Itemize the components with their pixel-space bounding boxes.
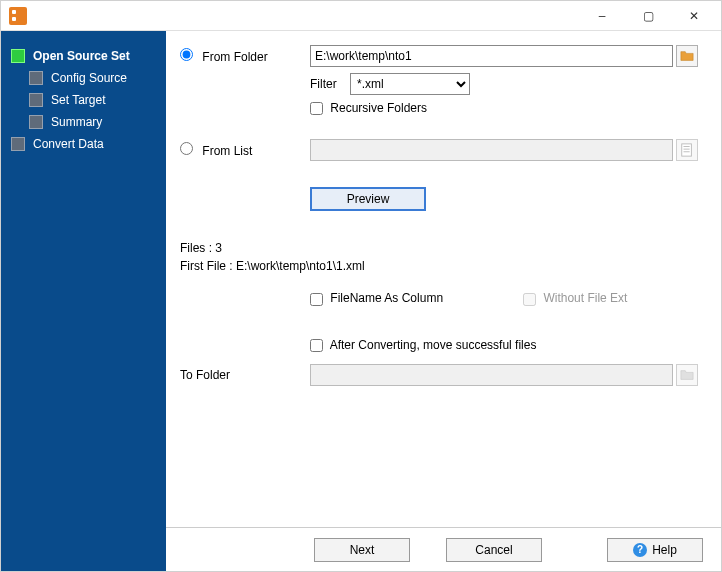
without-file-ext-checkbox: Without File Ext xyxy=(523,291,627,305)
app-body: Open Source Set Config Source Set Target… xyxy=(1,31,721,571)
help-icon: ? xyxy=(633,543,647,557)
next-button[interactable]: Next xyxy=(314,538,410,562)
cancel-button[interactable]: Cancel xyxy=(446,538,542,562)
first-file-label: First File : E:\work\temp\nto1\1.xml xyxy=(180,259,701,273)
step-label: Summary xyxy=(51,115,102,129)
filter-select[interactable]: *.xml xyxy=(350,73,470,95)
from-folder-input[interactable] xyxy=(310,45,673,67)
filename-as-column-label: FileName As Column xyxy=(330,291,443,305)
app-icon xyxy=(9,7,27,25)
browse-to-folder-button xyxy=(676,364,698,386)
step-status-box xyxy=(29,93,43,107)
close-button[interactable]: ✕ xyxy=(671,1,717,31)
filter-label: Filter xyxy=(310,77,337,91)
window-buttons: – ▢ ✕ xyxy=(579,1,717,31)
step-status-box xyxy=(29,115,43,129)
step-label: Config Source xyxy=(51,71,127,85)
button-bar: Next Cancel ? Help xyxy=(166,527,721,571)
step-config-source[interactable]: Config Source xyxy=(1,67,166,89)
step-open-source-set[interactable]: Open Source Set xyxy=(1,45,166,67)
from-list-label: From List xyxy=(202,144,252,158)
recursive-checkbox[interactable]: Recursive Folders xyxy=(310,101,427,115)
folder-icon xyxy=(680,368,694,382)
preview-button[interactable]: Preview xyxy=(310,187,426,211)
form-area: From Folder Filter *.xml xyxy=(166,31,721,392)
filename-as-column-checkbox[interactable]: FileName As Column xyxy=(310,291,443,305)
without-file-ext-label: Without File Ext xyxy=(543,291,627,305)
move-successful-label: After Converting, move successful files xyxy=(330,338,537,352)
step-label: Convert Data xyxy=(33,137,104,151)
step-label: Open Source Set xyxy=(33,49,130,63)
main-panel: From Folder Filter *.xml xyxy=(166,31,721,571)
move-successful-checkbox[interactable]: After Converting, move successful files xyxy=(310,338,536,352)
step-convert-data[interactable]: Convert Data xyxy=(1,133,166,155)
maximize-button[interactable]: ▢ xyxy=(625,1,671,31)
help-button[interactable]: ? Help xyxy=(607,538,703,562)
from-folder-radio[interactable]: From Folder xyxy=(180,48,268,64)
step-status-box xyxy=(11,49,25,63)
title-bar: – ▢ ✕ xyxy=(1,1,721,31)
from-list-input xyxy=(310,139,673,161)
step-set-target[interactable]: Set Target xyxy=(1,89,166,111)
wizard-sidebar: Open Source Set Config Source Set Target… xyxy=(1,31,166,571)
from-list-radio[interactable]: From List xyxy=(180,142,252,158)
svg-rect-0 xyxy=(682,144,692,156)
help-label: Help xyxy=(652,543,677,557)
step-status-box xyxy=(11,137,25,151)
browse-folder-button[interactable] xyxy=(676,45,698,67)
list-file-icon xyxy=(680,143,694,157)
to-folder-label: To Folder xyxy=(180,368,230,382)
folder-icon xyxy=(680,49,694,63)
files-count-label: Files : 3 xyxy=(180,241,701,255)
from-folder-label: From Folder xyxy=(202,50,267,64)
minimize-button[interactable]: – xyxy=(579,1,625,31)
browse-list-button xyxy=(676,139,698,161)
step-status-box xyxy=(29,71,43,85)
step-summary[interactable]: Summary xyxy=(1,111,166,133)
to-folder-input xyxy=(310,364,673,386)
step-label: Set Target xyxy=(51,93,105,107)
recursive-label: Recursive Folders xyxy=(330,101,427,115)
